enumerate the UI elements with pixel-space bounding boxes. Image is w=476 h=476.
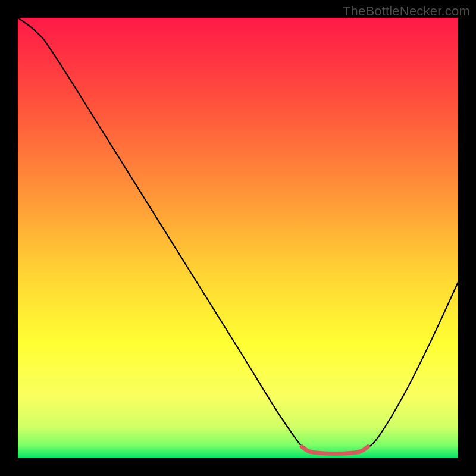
gradient-panel <box>18 18 458 458</box>
watermark-text: TheBottleNecker.com <box>343 4 470 19</box>
bottleneck-chart <box>18 18 458 458</box>
chart-frame <box>18 18 458 458</box>
